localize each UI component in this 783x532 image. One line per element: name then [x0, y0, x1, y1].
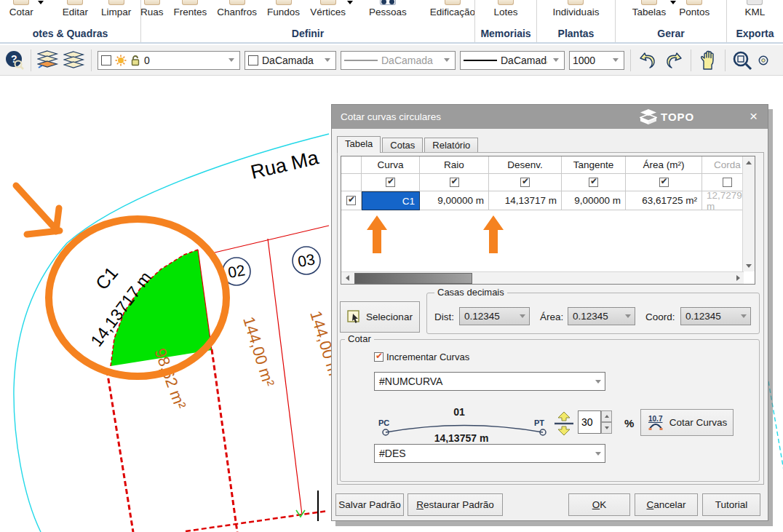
pontos-icon: [686, 0, 702, 5]
header-desenv[interactable]: Desenv.: [489, 156, 562, 174]
ribbon-item-edificacao[interactable]: Edificação: [429, 0, 477, 17]
undo-icon[interactable]: [637, 49, 659, 71]
ribbon-item-tabelas[interactable]: Tabelas: [631, 0, 668, 17]
layer-combobox[interactable]: 0: [98, 51, 240, 70]
row-select-checkbox[interactable]: [346, 196, 356, 205]
header-area[interactable]: Área (m²): [626, 156, 702, 174]
check-tangente[interactable]: [589, 178, 598, 187]
check-area[interactable]: [659, 178, 669, 187]
cancelar-button[interactable]: Cancelar: [635, 493, 698, 516]
layers-add-icon[interactable]: [37, 49, 59, 71]
color-swatch: [248, 55, 258, 65]
ribbon-item-kml[interactable]: KML: [744, 0, 767, 17]
help-search-icon[interactable]: ?: [3, 49, 25, 71]
cell-curva[interactable]: C1: [362, 191, 420, 210]
zoom-extents-icon[interactable]: [758, 49, 769, 71]
preview-pc-label: PC: [378, 418, 389, 427]
offset-icon[interactable]: [555, 411, 573, 437]
scroll-right-button[interactable]: [732, 272, 744, 284]
selecionar-label: Selecionar: [366, 311, 413, 322]
ribbon-item-cotar[interactable]: Cotar: [8, 0, 35, 17]
ribbon-item-pontos[interactable]: Pontos: [677, 0, 711, 17]
check-raio[interactable]: [450, 178, 459, 187]
ribbon-item-fundos[interactable]: Fundos: [266, 0, 301, 17]
ribbon-item-lotes[interactable]: Lotes: [492, 0, 519, 17]
numcurva-combobox[interactable]: #NUMCURVA: [374, 372, 605, 391]
ribbon-item-limpar[interactable]: Limpar: [100, 0, 132, 17]
vertical-scrollbar[interactable]: [742, 156, 755, 271]
ribbon-group-definir: Ruas Frentes Chanfros Fundos Vértices Pe…: [140, 0, 474, 42]
cell-desenv[interactable]: 14,13717 m: [489, 191, 562, 210]
horizontal-scrollbar[interactable]: [341, 271, 744, 284]
selecionar-button[interactable]: Selecionar: [340, 301, 420, 333]
select-icon: [347, 310, 362, 325]
dist-label: Dist:: [434, 311, 454, 322]
percent-input[interactable]: [578, 410, 601, 434]
preview-pt-label: PT: [534, 418, 544, 427]
cell-area[interactable]: 63,61725 m²: [626, 191, 702, 210]
tab-cotas[interactable]: Cotas: [382, 138, 423, 153]
chevron-down-icon: [625, 314, 631, 318]
scroll-left-button[interactable]: [341, 272, 353, 284]
topo-logo-text: TOPO: [661, 111, 694, 123]
ribbon-item-chanfros[interactable]: Chanfros: [215, 0, 258, 17]
linetype-combobox[interactable]: DaCamada: [341, 51, 456, 70]
spin-down-button[interactable]: [601, 422, 612, 434]
redo-icon[interactable]: [663, 49, 685, 71]
ribbon-item-frentes[interactable]: Frentes: [172, 0, 209, 17]
zoom-window-icon[interactable]: [731, 49, 753, 71]
coord-combobox[interactable]: 0.12345: [680, 307, 751, 325]
properties-toolbar: ?: [0, 45, 783, 76]
ribbon-item-individuais[interactable]: Individuais: [552, 0, 601, 17]
cell-tangente[interactable]: 9,00000 m: [562, 191, 626, 210]
scrollbar-thumb[interactable]: [354, 273, 472, 284]
tutorial-button[interactable]: Tutorial: [702, 493, 760, 516]
tab-tabela[interactable]: Tabela: [337, 136, 381, 153]
ribbon: Cotar Editar Limpar otes & Quadras Ruas …: [0, 0, 783, 44]
layer-unlock-icon: [130, 55, 140, 66]
header-tangente[interactable]: Tangente: [562, 156, 626, 174]
ribbon-group-label: Definir: [141, 28, 474, 39]
cotar-curvas-dialog: Cotar curvas circulares TOPO × Tabela Co…: [331, 104, 768, 521]
lineweight-combobox[interactable]: DaCamada: [460, 51, 565, 70]
ribbon-item-vertices[interactable]: Vértices: [309, 0, 347, 17]
color-combobox[interactable]: DaCamada: [245, 51, 336, 70]
restaurar-padrao-button[interactable]: Restaurar Padrão: [408, 493, 503, 516]
dialog-titlebar[interactable]: Cotar curvas circulares TOPO ×: [332, 105, 768, 129]
layers-icon[interactable]: [63, 49, 85, 71]
ribbon-item-editar[interactable]: Editar: [61, 0, 90, 17]
scroll-up-button[interactable]: [743, 156, 755, 168]
chevron-down-icon: [595, 380, 601, 384]
scroll-down-button[interactable]: [743, 260, 755, 271]
scale-value: 1000: [573, 55, 607, 66]
check-desenv[interactable]: [520, 178, 530, 187]
close-icon[interactable]: ×: [750, 108, 758, 125]
lot-frontage-line: [215, 226, 329, 253]
chevron-down-icon: [444, 58, 450, 62]
table-row: C1 9,00000 m 14,13717 m 9,00000 m 63,617…: [341, 191, 753, 210]
cotar-curvas-button[interactable]: 10.7 Cotar Curvas: [640, 409, 734, 436]
annotation-arrow: [16, 186, 60, 234]
area-combobox[interactable]: 0.12345: [568, 307, 635, 325]
street-name-label: Rua Ma: [249, 146, 322, 183]
chevron-down-icon: [520, 314, 525, 318]
ok-button[interactable]: OK: [568, 493, 630, 516]
incrementar-curvas-checkbox[interactable]: [374, 352, 383, 362]
spin-up-button[interactable]: [601, 410, 612, 422]
pan-hand-icon[interactable]: [697, 49, 719, 71]
ribbon-group-label: otes & Quadras: [0, 28, 140, 39]
dist-combobox[interactable]: 0.12345: [459, 307, 530, 325]
header-curva[interactable]: Curva: [362, 156, 420, 174]
check-curva[interactable]: [386, 178, 395, 187]
ribbon-item-ruas[interactable]: Ruas: [139, 0, 165, 17]
cell-raio[interactable]: 9,00000 m: [420, 191, 489, 210]
topo-logo-icon: [640, 108, 657, 125]
scale-combobox[interactable]: 1000: [569, 51, 624, 70]
cotar-group: Cotar Incrementar Curvas #NUMCURVA PC PT…: [340, 339, 760, 482]
header-raio[interactable]: Raio: [420, 156, 489, 174]
des-combobox[interactable]: #DES: [374, 444, 605, 463]
check-corda[interactable]: [723, 178, 732, 187]
tab-relatorio[interactable]: Relatório: [424, 138, 478, 153]
salvar-padrao-button[interactable]: Salvar Padrão: [335, 493, 404, 516]
ribbon-item-pessoas[interactable]: Pessoas: [367, 0, 408, 17]
